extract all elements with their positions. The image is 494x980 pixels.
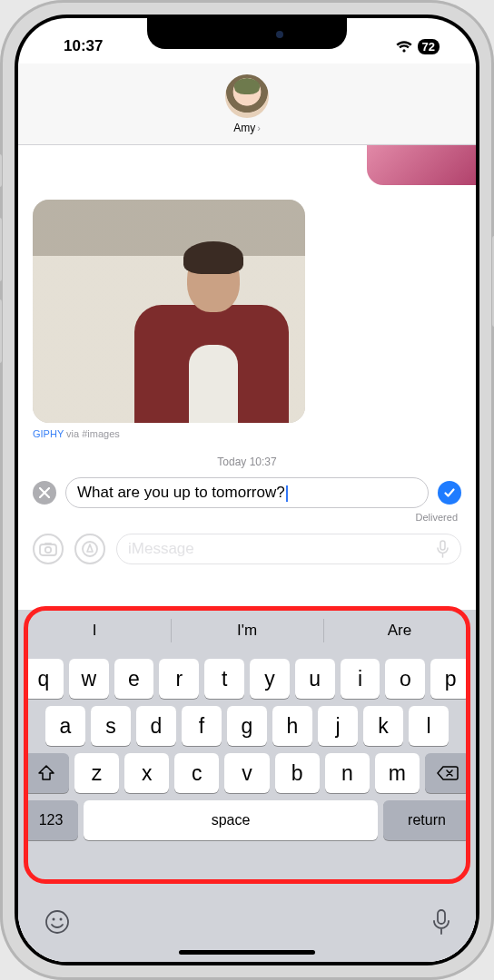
key-i[interactable]: i bbox=[341, 659, 380, 699]
received-gif-bubble[interactable] bbox=[33, 200, 305, 423]
key-e[interactable]: e bbox=[114, 659, 154, 699]
home-indicator[interactable] bbox=[179, 950, 315, 955]
compose-row: iMessage bbox=[33, 534, 461, 564]
key-t[interactable]: t bbox=[204, 659, 244, 699]
message-edit-input[interactable]: What are you up to tomorrow? bbox=[65, 477, 429, 508]
key-g[interactable]: g bbox=[227, 706, 267, 746]
suggestion-2[interactable]: I'm bbox=[171, 610, 323, 652]
key-return[interactable]: return bbox=[383, 800, 470, 840]
key-c[interactable]: c bbox=[174, 753, 219, 793]
message-edit-row: What are you up to tomorrow? bbox=[33, 477, 461, 508]
timestamp-label: Today 10:37 bbox=[33, 456, 461, 468]
svg-rect-0 bbox=[40, 544, 56, 555]
emoji-button[interactable] bbox=[44, 908, 71, 936]
contact-name: Amy bbox=[233, 122, 255, 134]
key-row-4: 123 space return bbox=[18, 800, 476, 840]
backspace-icon bbox=[437, 765, 459, 781]
edit-text: What are you up to tomorrow? bbox=[77, 484, 285, 501]
svg-rect-8 bbox=[438, 910, 445, 924]
checkmark-icon bbox=[443, 486, 456, 499]
screen: 10:37 72 Amy › G bbox=[18, 18, 476, 962]
suggestion-bar: I I'm Are bbox=[18, 610, 476, 652]
key-f[interactable]: f bbox=[182, 706, 222, 746]
suggestion-3[interactable]: Are bbox=[323, 610, 476, 652]
key-y[interactable]: y bbox=[250, 659, 290, 699]
conversation-header[interactable]: Amy › bbox=[18, 64, 476, 145]
mute-switch bbox=[0, 154, 2, 187]
sent-image-bubble[interactable] bbox=[367, 143, 476, 185]
svg-rect-4 bbox=[440, 541, 445, 550]
key-j[interactable]: j bbox=[318, 706, 358, 746]
shift-icon bbox=[37, 765, 55, 781]
key-b[interactable]: b bbox=[275, 753, 320, 793]
camera-icon bbox=[39, 542, 57, 556]
delivered-label: Delivered bbox=[33, 512, 461, 523]
app-store-button[interactable] bbox=[74, 534, 105, 564]
app-store-icon bbox=[82, 541, 98, 557]
microphone-icon bbox=[436, 540, 450, 558]
confirm-edit-button[interactable] bbox=[438, 481, 461, 505]
contact-name-row[interactable]: Amy › bbox=[233, 122, 261, 134]
key-l[interactable]: l bbox=[409, 706, 449, 746]
contact-avatar[interactable] bbox=[225, 74, 269, 118]
phone-frame: 10:37 72 Amy › G bbox=[0, 0, 494, 980]
key-n[interactable]: n bbox=[325, 753, 370, 793]
key-u[interactable]: u bbox=[295, 659, 335, 699]
gif-attribution: GIPHY via #images bbox=[33, 428, 461, 439]
key-k[interactable]: k bbox=[363, 706, 403, 746]
battery-indicator: 72 bbox=[418, 39, 440, 54]
key-x[interactable]: x bbox=[124, 753, 169, 793]
key-numbers[interactable]: 123 bbox=[24, 800, 78, 840]
chevron-right-icon: › bbox=[257, 122, 261, 133]
camera-button[interactable] bbox=[33, 534, 64, 564]
svg-point-6 bbox=[53, 918, 55, 921]
key-p[interactable]: p bbox=[430, 659, 470, 699]
text-cursor bbox=[286, 485, 288, 502]
cancel-edit-button[interactable] bbox=[33, 481, 56, 505]
key-q[interactable]: q bbox=[24, 659, 64, 699]
key-v[interactable]: v bbox=[224, 753, 269, 793]
svg-point-1 bbox=[45, 547, 51, 553]
keyboard: I I'm Are q w e r t y u i o p bbox=[18, 610, 476, 962]
volume-up-button bbox=[0, 218, 2, 281]
message-thread[interactable]: GIPHY via #images Today 10:37 What are y… bbox=[18, 145, 476, 962]
key-shift[interactable] bbox=[24, 753, 69, 793]
key-h[interactable]: h bbox=[272, 706, 312, 746]
key-row-1: q w e r t y u i o p bbox=[18, 659, 476, 699]
key-s[interactable]: s bbox=[91, 706, 131, 746]
svg-rect-2 bbox=[44, 543, 52, 545]
compose-input[interactable]: iMessage bbox=[116, 534, 461, 564]
key-d[interactable]: d bbox=[136, 706, 176, 746]
key-row-3: z x c v b n m bbox=[18, 753, 476, 793]
key-backspace[interactable] bbox=[425, 753, 470, 793]
svg-point-7 bbox=[60, 918, 63, 921]
volume-down-button bbox=[0, 299, 2, 363]
key-row-2: a s d f g h j k l bbox=[18, 706, 476, 746]
key-w[interactable]: w bbox=[69, 659, 109, 699]
close-icon bbox=[39, 487, 50, 498]
notch bbox=[147, 18, 347, 49]
key-o[interactable]: o bbox=[385, 659, 425, 699]
key-a[interactable]: a bbox=[45, 706, 85, 746]
key-space[interactable]: space bbox=[84, 800, 378, 840]
dictation-button[interactable] bbox=[432, 908, 450, 936]
key-z[interactable]: z bbox=[74, 753, 119, 793]
wifi-icon bbox=[396, 41, 412, 53]
key-m[interactable]: m bbox=[375, 753, 420, 793]
keyboard-bottom-bar bbox=[18, 898, 476, 962]
key-r[interactable]: r bbox=[159, 659, 199, 699]
svg-point-5 bbox=[46, 911, 68, 933]
clock: 10:37 bbox=[54, 37, 103, 55]
compose-placeholder: iMessage bbox=[128, 540, 194, 558]
suggestion-1[interactable]: I bbox=[18, 610, 171, 652]
